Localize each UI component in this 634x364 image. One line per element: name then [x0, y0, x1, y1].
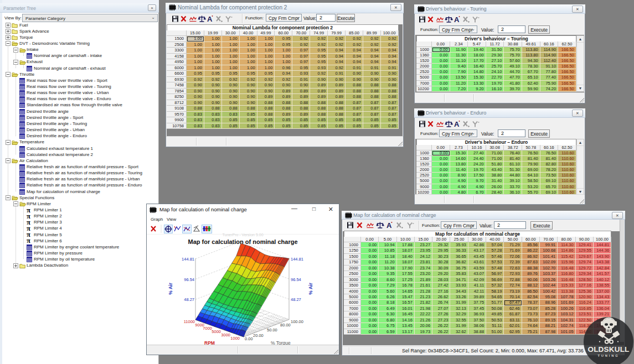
svg-text:OLDSKULL: OLDSKULL — [587, 345, 629, 353]
svg-text:TUNING: TUNING — [597, 354, 619, 357]
